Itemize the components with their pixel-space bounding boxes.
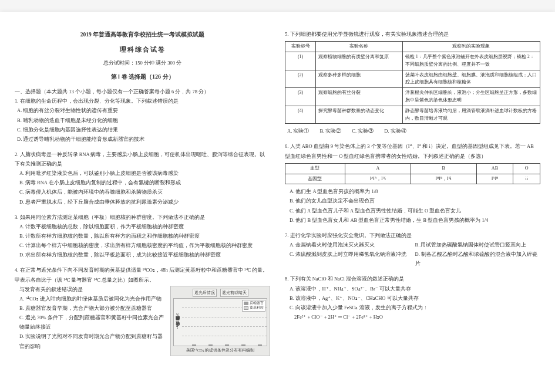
q5-opt-c: C. 实验③ [352,126,374,136]
q8-stem: 8. 下列有关 NaClO 和 NaCl 混合溶液的叙述正确的是 [285,274,540,283]
q6-rowlab: 基因型 [285,174,345,184]
q6-c1: IᴬIᴬ，Iᴬi [345,174,411,184]
section-1-heading: 第 Ⅰ 卷 选择题（126 分） [15,71,270,82]
legend-2: 黄基籽粒 [250,306,264,310]
q7-opt-b: B. 用试管加热碳酸氢钠固体时使试管口竖直向上 [415,240,541,249]
question-1: 1. 在细胞的生命历程中，会出现分裂、分化等现象。下列叙述错误的是 A. 细胞的… [15,96,270,144]
table-row: 基因型 IᴬIᴬ，Iᴬi IᴮIᴮ，Iᴮi IᴬIᴮ ii [285,174,540,184]
q6-h3: AB [476,163,513,174]
q5-table: 实验标号 实验名称 观察到的实验现象 (1) 观察植物细胞的有质壁分离和复原 镜… [285,41,540,124]
table-row: (4) 探究酵母菌种群数量的动态变化 静态酵母菌培养液均匀后，用滴管取液滴补进血… [285,106,540,124]
table-row: (3) 观察细胞的有丝分裂 洋葱根尖伸长区细胞长，液泡小；分生区细胞呈正方形，多… [285,88,540,106]
q1-opt-d: D. 通过诱导哺乳动物的干细胞能培育形成新器官的技术 [17,134,270,144]
q7-opt-c: C. 浓硫酸溅到皮肤上时立即用稀氢氧化钠溶液冲洗 [290,249,415,268]
q2-stem: 2. 人脑状病毒是一种反转录 RNA 病毒，主要感染小肠上皮细胞，可使机体出现呕… [15,150,270,168]
q6-h1: A [345,163,411,174]
q6-h0: 血型 [285,163,345,174]
chart-top-left: 遮光后情况 [193,289,217,297]
q6-c3: IᴬIᴮ [476,174,513,184]
q6-c4: ii [513,174,540,184]
exam-title-line2: 理科综合试卷 [15,43,270,56]
table-row: (1) 观察植物细胞的有质壁分离和复原 镜检 1：几乎整个紫色液泡铺开在外表皮细… [285,52,540,70]
chart-ylabel: 器官吸收¹⁴C量占植株总量的比例／％ [174,299,182,346]
question-8: 8. 下列有关 NaClO 和 NaCl 混合溶液的叙述正确的是 A. 该溶液中… [285,274,540,322]
exam-sheet: 2019 年普通高等教育学校招生统一考试模拟试题 理科综合试卷 总分试时间：15… [0,12,555,392]
q5-h1: 实验标号 [285,42,316,52]
q5-r3-nm: 观察细胞的有丝分裂 [316,88,403,106]
chart-xlabel: 美国¹⁴CO₂ 的提供条件及分布有科编制 [173,346,267,354]
q2-opt-d: D. 患者严重脱水后，经下丘脑合成由垂体释放的抗利尿激素分泌减少 [19,197,270,207]
q5-r1-no: (1) [285,52,316,70]
q6-opt-d: D. 他们 B 型血色盲女儿和 AB 型血色盲正常男性结婚，生 B 型血色盲男孩… [290,215,540,225]
q8-equation: 2Fe²⁺ + ClO⁻ + 2H⁺ ═ Cl⁻ + 2Fe³⁺ + H₂O [290,312,540,322]
q3-stem: 3. 如果用同位素方法测定某细胞（平板）细胞核的种群密度。下列做法不正确的是 [15,212,270,222]
q6-h2: B [411,163,476,174]
q7-stem: 7. 进行化学实验时应强化安全意识。下列做法正确的是 [285,231,540,240]
q5-r2-no: (2) [285,70,316,88]
q2-opt-a: A. 利用吡罗红染液染色后，可以鉴别小肠上皮细胞是否被该病毒感染 [19,168,270,178]
q5-opt-d: D. 实验④ [384,126,406,136]
q5-opt-b: B. 实验② [319,126,341,136]
exam-title-line1: 2019 年普通高等教育学校招生统一考试模拟试题 [15,29,270,40]
q1-stem: 1. 在细胞的生命历程中，会出现分裂、分化等现象。下列叙述错误的是 [15,96,270,106]
q5-r2-nm: 观察多种多样的细胞 [316,70,403,88]
q5-r1-nm: 观察植物细胞的有质壁分离和复原 [316,52,403,70]
q5-r4-obs: 静态酵母菌培养液均匀后，用滴管取液滴补进血球计数板的方格内，数目清晰才可观 [402,106,540,124]
question-7: 7. 进行化学实验时应强化安全意识。下列做法正确的是 A. 金属钠着火时使用泡沫… [285,231,540,269]
q6-table: 血型 A B AB O 基因型 IᴬIᴬ，Iᴬi IᴮIᴮ，Iᴮi IᴬIᴮ i… [285,163,540,185]
mcq-instructions: 一、选择题（本大题共 13 个小题，每小题仅有一个正确答案每小题 6 分，共 7… [15,87,270,96]
q4-bar-chart: 遮光后情况 遮光前或晴天 器官吸收¹⁴C量占植株总量的比例／％ 蔗糖器官 黄基籽… [170,286,270,356]
left-column: 2019 年普通高等教育学校招生统一考试模拟试题 理科综合试卷 总分试时间：15… [15,29,270,392]
exam-time-score: 总分试时间：150 分钟 满分 300 分 [15,58,270,67]
table-row: 实验标号 实验名称 观察到的实验现象 [285,42,540,52]
q5-r4-nm: 探究酵母菌种群数量的动态变化 [316,106,403,124]
legend-1: 蔗糖器官 [250,301,264,306]
q8-opt-c: C. 向该溶液中加入少量 FeSO₄ 溶液，发生的离子方程式为： [290,303,540,312]
q5-r1-obs: 镜检 1：几乎整个紫色液泡铺开在外表皮细胞层视野；镜检 2：不同细胞质壁分离的比… [402,52,540,70]
q5-r3-no: (3) [285,88,316,106]
question-3: 3. 如果用同位素方法测定某细胞（平板）细胞核的种群密度。下列做法不正确的是 A… [15,212,270,260]
q6-opt-c: C. 他们 A 型血色盲儿子和 A 型血色盲男性性结婚，可能生 O 型血色盲女儿 [290,206,540,215]
q5-h2: 实验名称 [316,42,403,52]
table-row: 血型 A B AB O [285,163,540,174]
q4-stem: 4. 在正常与遮光条件下向不同发育时期的黄基提供适量 ¹⁴CO₂，48h 后测定… [15,265,270,284]
q5-stem: 5. 下列细胞都要使用光学显微镜进行观察，有关实验现象描述合理的是 [285,29,540,39]
q1-opt-b: B. 哺乳动物的造血干细胞是未经分化的细胞 [17,116,270,125]
question-6: 6. 人类 ABO 血型由 9 号染色体上的 3 个复等位基因（Iᴬ、Iᴮ 和 … [285,141,540,224]
q1-opt-a: A. 细胞的有丝分裂对生物性状的遗传有重要 [17,106,270,115]
q7-opt-d: D. 制备乙酸乙酯时乙酸和浓硫酸的混合液中加入碎瓷片 [415,249,541,268]
q1-opt-c: C. 细胞分化是细胞内基因选择性表达的结果 [17,125,270,134]
q5-h3: 观察到的实验现象 [402,42,540,52]
chart-bars-area: 蔗糖器官 黄基籽粒 [182,299,267,346]
chart-top-labels: 遮光后情况 遮光前或晴天 [173,289,267,297]
q3-opt-d: D. 求出所有样方细胞核的数量，除以平板总面积，成为比较接近平板细胞核的种群密度 [19,250,270,259]
q3-opt-b: B. 计数所有样方细胞核的数量，除以所有样方的面积之和作细胞核的种群密度 [19,231,270,241]
chart-top-right: 遮光前或晴天 [220,289,248,297]
chart-legend: 蔗糖器官 黄基籽粒 [242,300,265,312]
q3-opt-c: C. 计算出每个样方中细胞核的密度，求出所有样方细胞核密度的平均值，作为平板细胞… [19,241,270,250]
q5-r3-obs: 洋葱根尖伸长区细胞长，液泡小；分生区细胞呈正方形，多数细胞中呈紫色的染色体形态明 [402,88,540,106]
question-4: 4. 在正常与遮光条件下向不同发育时期的黄基提供适量 ¹⁴CO₂，48h 后测定… [15,265,270,358]
right-column: 5. 下列细胞都要使用光学显微镜进行观察，有关实验现象描述合理的是 实验标号 实… [285,29,540,392]
q6-stem: 6. 人类 ABO 血型由 9 号染色体上的 3 个复等位基因（Iᴬ、Iᴮ 和 … [285,141,540,160]
q5-r2-obs: 菠菜叶表皮细胞由细胞壁、细胞膜、液泡质和细胞核组成；人口腔上皮细胞具有细胞核和核… [402,70,540,88]
q5-opt-a: A. 实验① [287,126,309,136]
q7-opt-a: A. 金属钠着火时使用泡沫灭火器灭火 [290,240,415,249]
q3-opt-a: A. 计数平板细胞核的总数，除以细胞面积，作为平板细胞核的种群密度 [19,222,270,231]
q6-opt-a: A. 他们生 A 型血色盲男孩的概率为 1/8 [290,187,540,196]
q8-opt-b: B. 该溶液中，Ag⁺、K⁺、NO₃⁻、CH₃CHO 可以大量共存 [290,293,540,303]
q8-opt-a: A. 该溶液中，H⁺、NH₄⁺、SO₄²⁻、Br⁻ 可以大量共存 [290,284,540,293]
question-5: 5. 下列细胞都要使用光学显微镜进行观察，有关实验现象描述合理的是 实验标号 实… [285,29,540,136]
q6-h4: O [513,163,540,174]
q6-opt-b: B. 他们的女儿血型决定不会出现色盲 [290,196,540,205]
chart-body: 器官吸收¹⁴C量占植株总量的比例／％ 蔗糖器官 黄基籽粒 [173,298,267,346]
q5-r4-no: (4) [285,106,316,124]
question-2: 2. 人脑状病毒是一种反转录 RNA 病毒，主要感染小肠上皮细胞，可使机体出现呕… [15,150,270,207]
q6-c2: IᴮIᴮ，Iᴮi [411,174,476,184]
q2-opt-c: C. 病毒侵入机体后，能被内环境中的吞噬细胞和杀菌物质杀灭 [19,187,270,197]
q2-opt-b: B. 病毒 RNA 在小肠上皮细胞内复制的过程中，会有氢键的断裂和形成 [19,178,270,187]
table-row: (2) 观察多种多样的细胞 菠菜叶表皮细胞由细胞壁、细胞膜、液泡质和细胞核组成；… [285,70,540,88]
